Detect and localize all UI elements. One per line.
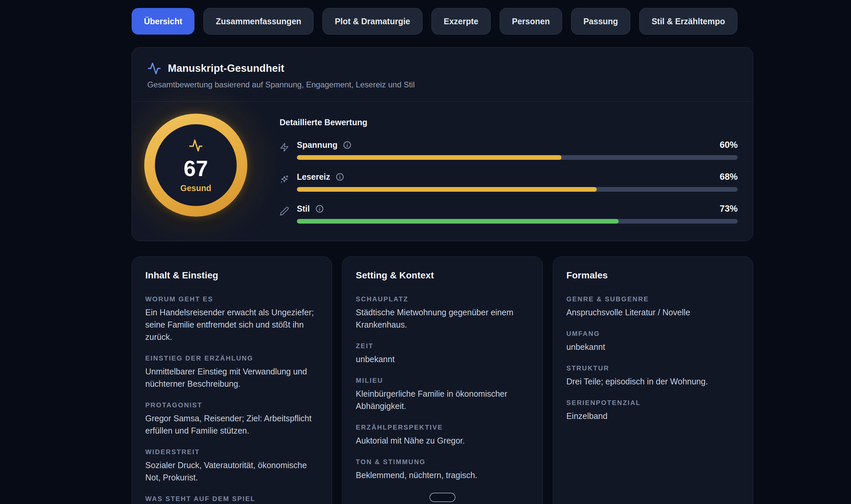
- card-formales: Formales GENRE & SUBGENRE Anspruchsvolle…: [553, 256, 753, 504]
- section-label: WAS STEHT AUF DEM SPIEL: [145, 495, 318, 503]
- section-label: EINSTIEG DER ERZÄHLUNG: [145, 355, 318, 362]
- section-label: ZEIT: [356, 342, 529, 350]
- info-icon[interactable]: [335, 173, 344, 181]
- ratings-title: Detaillierte Bewertung: [280, 118, 738, 127]
- card-section: WORUM GEHT ES Ein Handelsreisender erwac…: [145, 295, 318, 343]
- tab-stil-erz-hltempo[interactable]: Stil & Erzähltempo: [639, 8, 737, 35]
- section-text: Drei Teile; episodisch in der Wohnung.: [566, 375, 740, 388]
- metric-row: Lesereiz 68%: [280, 171, 738, 192]
- section-label: WIDERSTREIT: [145, 448, 318, 456]
- tab-personen[interactable]: Personen: [500, 8, 562, 35]
- section-text: Anspruchsvolle Literatur / Novelle: [566, 306, 740, 319]
- section-label: SERIENPOTENZIAL: [566, 399, 740, 407]
- card-sections: GENRE & SUBGENRE Anspruchsvolle Literatu…: [566, 295, 740, 422]
- metric-row: Spannung 60%: [280, 139, 738, 160]
- section-text: Einzelband: [566, 410, 740, 422]
- section-label: MILIEU: [356, 377, 529, 384]
- section-text: Sozialer Druck, Vaterautorität, ökonomis…: [145, 459, 318, 484]
- section-label: PROTAGONIST: [145, 401, 318, 409]
- detailed-ratings: Detaillierte Bewertung Spannung 60% Lese…: [280, 114, 738, 223]
- pencil-icon: [280, 206, 289, 216]
- card-inhalt-einstieg: Inhalt & Einstieg WORUM GEHT ES Ein Hand…: [131, 256, 332, 504]
- health-score: 67: [183, 158, 208, 179]
- progress-fill: [297, 187, 597, 192]
- metric-row: Stil 73%: [280, 203, 738, 223]
- metric-label: Spannung: [297, 140, 337, 150]
- card-section: WIDERSTREIT Sozialer Druck, Vaterautorit…: [145, 448, 318, 484]
- page-title: Manuskript-Gesundheit: [168, 62, 284, 74]
- pulse-icon: [188, 138, 204, 154]
- progress-track: [297, 187, 738, 192]
- progress-track: [297, 155, 738, 160]
- health-header: Manuskript-Gesundheit Gesamtbewertung ba…: [132, 48, 753, 102]
- card-section: ERZÄHLPERSPEKTIVE Auktorial mit Nähe zu …: [356, 424, 529, 447]
- metric-value: 68%: [720, 172, 738, 182]
- card-title: Formales: [566, 270, 740, 281]
- card-section: PROTAGONIST Gregor Samsa, Reisender; Zie…: [145, 401, 318, 437]
- tab-plot-dramaturgie[interactable]: Plot & Dramaturgie: [322, 8, 422, 35]
- scroll-indicator[interactable]: [429, 493, 456, 502]
- section-label: WORUM GEHT ES: [145, 295, 318, 303]
- section-text: Unmittelbarer Einstieg mit Verwandlung u…: [145, 365, 318, 390]
- card-section: ZEIT unbekannt: [356, 342, 529, 365]
- card-section: TON & STIMMUNG Beklemmend, nüchtern, tra…: [356, 458, 529, 481]
- zap-icon: [280, 143, 289, 160]
- section-text: Kleinbürgerliche Familie in ökonomischer…: [356, 388, 529, 412]
- gauge-inner: 67 Gesund: [155, 124, 237, 206]
- metric-label: Lesereiz: [297, 172, 330, 182]
- section-text: Beklemmend, nüchtern, tragisch.: [356, 469, 529, 481]
- page: ÜbersichtZusammenfassungenPlot & Dramatu…: [131, 8, 753, 504]
- progress-fill: [297, 155, 562, 160]
- card-sections: SCHAUPLATZ Städtische Mietwohnung gegenü…: [356, 295, 529, 481]
- health-subtitle: Gesamtbewertung basierend auf Spannung, …: [147, 80, 738, 89]
- health-score-label: Gesund: [180, 183, 211, 193]
- card-title: Inhalt & Einstieg: [145, 270, 318, 281]
- cards-grid: Inhalt & Einstieg WORUM GEHT ES Ein Hand…: [131, 256, 753, 504]
- card-section: WAS STEHT AUF DEM SPIEL: [145, 495, 318, 503]
- section-text: Gregor Samsa, Reisender; Ziel: Arbeitspf…: [145, 412, 318, 437]
- card-sections: WORUM GEHT ES Ein Handelsreisender erwac…: [145, 295, 318, 503]
- section-label: GENRE & SUBGENRE: [566, 295, 740, 303]
- pencil-icon: [280, 206, 289, 223]
- card-section: SCHAUPLATZ Städtische Mietwohnung gegenü…: [356, 295, 529, 331]
- card-section: EINSTIEG DER ERZÄHLUNG Unmittelbarer Ein…: [145, 355, 318, 390]
- zap-icon: [280, 143, 289, 152]
- info-icon[interactable]: [343, 141, 352, 149]
- manuscript-health-card: Manuskript-Gesundheit Gesamtbewertung ba…: [131, 47, 753, 241]
- activity-icon: [147, 61, 161, 75]
- gauge-ring: 67 Gesund: [144, 114, 247, 217]
- metric-value: 73%: [720, 204, 738, 214]
- sparkles-icon: [280, 175, 289, 192]
- card-section: MILIEU Kleinbürgerliche Familie in ökono…: [356, 377, 529, 412]
- tab-exzerpte[interactable]: Exzerpte: [431, 8, 491, 35]
- section-label: UMFANG: [566, 330, 740, 338]
- card-title: Setting & Kontext: [356, 270, 529, 281]
- info-icon[interactable]: [315, 204, 324, 213]
- card-section: UMFANG unbekannt: [566, 330, 740, 353]
- card-section: SERIENPOTENZIAL Einzelband: [566, 399, 740, 422]
- sparkles-icon: [280, 175, 289, 184]
- section-text: Auktorial mit Nähe zu Gregor.: [356, 435, 529, 447]
- card-section: STRUKTUR Drei Teile; episodisch in der W…: [566, 364, 740, 388]
- progress-fill: [297, 219, 619, 223]
- tab-passung[interactable]: Passung: [571, 8, 630, 35]
- section-label: SCHAUPLATZ: [356, 295, 529, 303]
- health-gauge: 67 Gesund: [144, 114, 248, 223]
- progress-track: [297, 219, 738, 223]
- metric-list: Spannung 60% Lesereiz 68%: [280, 139, 738, 223]
- section-text: unbekannt: [356, 353, 529, 365]
- section-label: ERZÄHLPERSPEKTIVE: [356, 424, 529, 431]
- tab-bersicht[interactable]: Übersicht: [131, 8, 194, 35]
- metric-value: 60%: [720, 140, 738, 150]
- card-section: GENRE & SUBGENRE Anspruchsvolle Literatu…: [566, 295, 740, 319]
- metric-label: Stil: [297, 204, 310, 214]
- section-label: STRUKTUR: [566, 364, 740, 372]
- section-text: Ein Handelsreisender erwacht als Ungezie…: [145, 306, 318, 343]
- tab-zusammenfassungen[interactable]: Zusammenfassungen: [203, 8, 314, 35]
- card-setting-kontext: Setting & Kontext SCHAUPLATZ Städtische …: [342, 256, 543, 504]
- section-label: TON & STIMMUNG: [356, 458, 529, 466]
- tab-bar: ÜbersichtZusammenfassungenPlot & Dramatu…: [131, 8, 753, 35]
- section-text: unbekannt: [566, 341, 740, 353]
- section-text: Städtische Mietwohnung gegenüber einem K…: [356, 306, 529, 331]
